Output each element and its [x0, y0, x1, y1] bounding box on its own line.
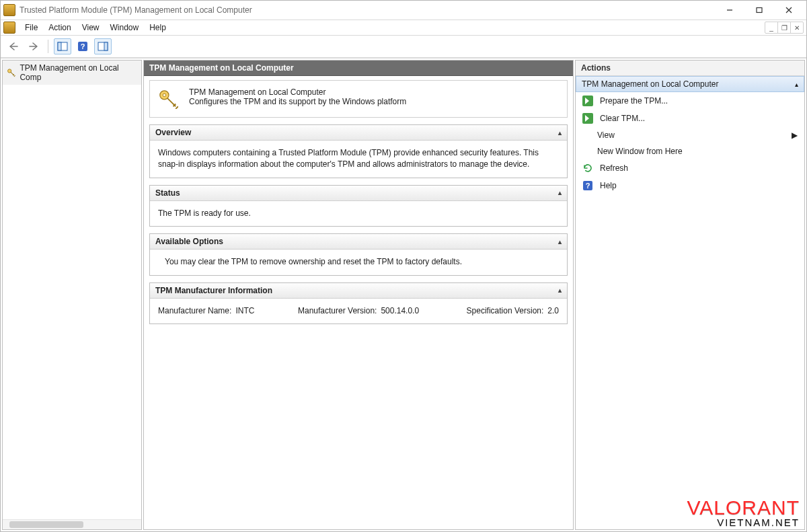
mfr-version-label: Manufacturer Version:: [298, 305, 377, 317]
close-icon: [785, 7, 792, 13]
mfr-name-label: Manufacturer Name:: [158, 305, 231, 317]
scrollbar-thumb[interactable]: [9, 521, 83, 528]
menu-view[interactable]: View: [77, 22, 105, 34]
tree-filler: [3, 85, 141, 519]
minimize-icon: [726, 7, 733, 13]
intro-text: TPM Management on Local Computer Configu…: [189, 87, 406, 106]
section-manufacturer-title: TPM Manufacturer Information: [155, 286, 272, 295]
action-help[interactable]: ? Help: [576, 177, 804, 194]
svg-rect-2: [58, 42, 61, 50]
key-large-icon: [158, 89, 178, 109]
action-clear-label: Clear TPM...: [600, 114, 645, 123]
section-status-body: The TPM is ready for use.: [150, 201, 567, 226]
main-title: TPM Management on Local Computer: [149, 63, 294, 73]
action-clear-tpm[interactable]: Clear TPM...: [576, 110, 804, 127]
window-title: Trusted Platform Module (TPM) Management…: [20, 5, 715, 15]
actions-group-title[interactable]: TPM Management on Local Computer ▴: [576, 76, 804, 92]
section-manufacturer-header[interactable]: TPM Manufacturer Information ▴: [150, 283, 567, 299]
actions-pane: Actions TPM Management on Local Computer…: [575, 60, 805, 530]
action-refresh-label: Refresh: [600, 163, 628, 173]
action-prepare-tpm[interactable]: Prepare the TPM...: [576, 92, 804, 110]
pane-right-icon: [98, 42, 108, 51]
refresh-icon: [582, 163, 593, 174]
intro-title: TPM Management on Local Computer: [189, 87, 406, 97]
app-icon: [3, 4, 15, 16]
menu-action[interactable]: Action: [43, 22, 76, 34]
close-button[interactable]: [774, 2, 804, 18]
minimize-button[interactable]: [715, 2, 744, 18]
section-overview-title: Overview: [155, 128, 191, 137]
mfr-version-value: 500.14.0.0: [381, 305, 419, 317]
svg-text:?: ?: [81, 42, 85, 50]
svg-rect-6: [104, 42, 108, 50]
section-overview: Overview ▴ Windows computers containing …: [149, 124, 568, 178]
menu-window[interactable]: Window: [105, 22, 145, 34]
arrow-left-icon: [8, 42, 19, 51]
section-status: Status ▴ The TPM is ready for use.: [149, 185, 568, 227]
section-status-header[interactable]: Status ▴: [150, 186, 567, 201]
collapse-icon: ▴: [558, 189, 562, 196]
body: TPM Management on Local Comp TPM Managem…: [1, 58, 806, 531]
menubar: File Action View Window Help _ ❐ ✕: [1, 20, 806, 36]
spec-version-label: Specification Version:: [467, 305, 544, 317]
tree-node-label: TPM Management on Local Comp: [20, 63, 137, 82]
section-overview-header[interactable]: Overview ▴: [150, 125, 567, 141]
collapse-icon: ▴: [795, 81, 798, 88]
intro-subtitle: Configures the TPM and its support by th…: [189, 97, 406, 106]
main-pane: TPM Management on Local Computer TPM Man…: [143, 60, 574, 530]
nav-back-button[interactable]: [5, 38, 22, 54]
chevron-right-icon: ▶: [792, 130, 798, 140]
menu-file[interactable]: File: [20, 22, 43, 34]
show-hide-tree-button[interactable]: [54, 38, 71, 54]
tree-node-tpm[interactable]: TPM Management on Local Comp: [3, 61, 141, 85]
mfr-name-pair: Manufacturer Name: INTC: [158, 305, 293, 317]
actions-group-label: TPM Management on Local Computer: [582, 79, 718, 89]
mfr-version-pair: Manufacturer Version: 500.14.0.0: [298, 305, 453, 317]
collapse-icon: ▴: [558, 129, 562, 137]
tree-horizontal-scrollbar[interactable]: [3, 519, 141, 529]
mdi-restore-button[interactable]: ❐: [777, 22, 790, 33]
titlebar: Trusted Platform Module (TPM) Management…: [1, 1, 806, 20]
svg-rect-0: [757, 8, 762, 13]
spec-version-value: 2.0: [547, 305, 559, 317]
actions-header: Actions: [576, 61, 804, 76]
maximize-button[interactable]: [744, 2, 774, 18]
help-icon: ?: [582, 180, 593, 191]
action-prepare-label: Prepare the TPM...: [600, 96, 668, 106]
mfr-name-value: INTC: [235, 305, 254, 317]
action-view-label: View: [597, 130, 615, 140]
section-overview-body: Windows computers containing a Trusted P…: [150, 141, 567, 178]
mdi-close-button[interactable]: ✕: [790, 22, 803, 33]
nav-forward-button[interactable]: [25, 38, 42, 54]
arrow-action-icon: [582, 113, 593, 124]
spec-version-pair: Specification Version: 2.0: [467, 305, 559, 317]
action-help-label: Help: [600, 181, 617, 190]
section-options: Available Options ▴ You may clear the TP…: [149, 233, 568, 275]
collapse-icon: ▴: [558, 287, 562, 294]
pane-icon: [57, 42, 68, 51]
section-status-title: Status: [155, 188, 180, 198]
main-content: TPM Management on Local Computer Configu…: [144, 76, 573, 529]
section-options-header[interactable]: Available Options ▴: [150, 234, 567, 250]
toolbar: ?: [1, 36, 806, 58]
help-toolbar-button[interactable]: ?: [74, 38, 91, 54]
intro-box: TPM Management on Local Computer Configu…: [149, 80, 568, 118]
action-new-window[interactable]: New Window from Here: [576, 143, 804, 159]
show-hide-action-button[interactable]: [94, 38, 112, 54]
main-title-bar: TPM Management on Local Computer: [144, 61, 573, 76]
svg-point-9: [163, 93, 166, 97]
section-options-title: Available Options: [155, 237, 223, 246]
action-view[interactable]: View ▶: [576, 127, 804, 143]
menu-help[interactable]: Help: [144, 22, 171, 34]
action-new-window-label: New Window from Here: [597, 147, 683, 156]
action-refresh[interactable]: Refresh: [576, 159, 804, 177]
section-manufacturer-body: Manufacturer Name: INTC Manufacturer Ver…: [150, 299, 567, 324]
tree-pane: TPM Management on Local Comp: [2, 60, 142, 530]
arrow-right-icon: [28, 42, 39, 51]
mdi-minimize-button[interactable]: _: [765, 22, 777, 33]
maximize-icon: [756, 7, 763, 13]
app-window: Trusted Platform Module (TPM) Management…: [0, 0, 807, 532]
toolbar-separator: [48, 40, 48, 53]
mdi-controls: _ ❐ ✕: [765, 22, 804, 34]
section-manufacturer: TPM Manufacturer Information ▴ Manufactu…: [149, 282, 568, 324]
